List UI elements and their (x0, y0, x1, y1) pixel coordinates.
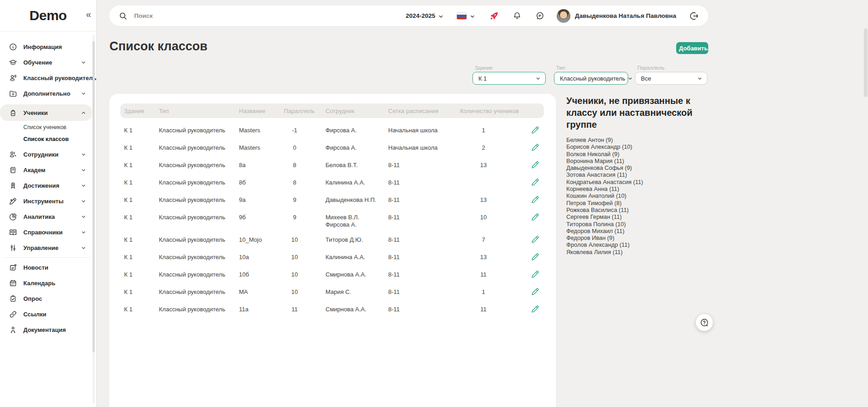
sidebar-item[interactable]: Инструменты (0, 193, 92, 209)
cell-name: МА (235, 288, 280, 296)
sidebar-item[interactable]: Академ (0, 162, 92, 178)
filter-select[interactable]: Все (635, 72, 707, 85)
student-list-item[interactable]: Сергеев Герман (11) (566, 213, 701, 220)
sidebar-item[interactable]: Документация (0, 322, 92, 337)
student-list-item[interactable]: Зотова Анастасия (11) (566, 171, 701, 178)
sidebar-item[interactable]: Справочники (0, 224, 92, 240)
edit-icon[interactable] (530, 269, 540, 279)
messages-icon[interactable] (535, 11, 545, 21)
student-list-item[interactable]: Кондратьева Анастасия (11) (566, 179, 701, 185)
sidebar-item[interactable]: Классный руководитель (0, 70, 92, 86)
chevron-down-icon[interactable] (438, 13, 444, 20)
cell-student-count: 10 (456, 214, 510, 221)
student-list-item[interactable]: Федоров Иван (9) (566, 234, 701, 241)
filter-select[interactable]: К 1 (472, 72, 546, 85)
links-icon (9, 310, 17, 319)
student-list-item[interactable]: Яковлева Лилия (11) (566, 249, 701, 255)
sidebar-item[interactable]: Новости (0, 260, 92, 275)
student-list-item[interactable]: Петров Тимофей (8) (566, 200, 701, 206)
sidebar-item[interactable]: Опрос (0, 291, 92, 306)
chevron-down-icon (697, 76, 703, 81)
sidebar: Demo « ИнформацияОбучениеКлассный руково… (0, 0, 97, 407)
sidebar-item[interactable]: Аналитика (0, 209, 92, 224)
student-list-item[interactable]: Федоров Михаил (11) (566, 228, 701, 234)
sidebar-item[interactable]: Ссылки (0, 306, 92, 322)
cell-name: Masters (235, 144, 280, 152)
cell-name: 10а (235, 254, 280, 261)
cell-employee: Давыденкова Н.П. (322, 196, 385, 204)
edit-icon[interactable] (530, 287, 540, 297)
survey-icon (9, 294, 17, 303)
sidebar-item[interactable]: Информация (0, 39, 92, 54)
student-list-item[interactable]: Давыденкова Софья (9) (566, 164, 701, 171)
cell-type: Классный руководитель (155, 144, 235, 152)
user-name: Давыденкова Наталья Павловна (575, 12, 676, 19)
edit-icon[interactable] (530, 212, 540, 222)
sidebar-item[interactable]: Сотрудники (0, 147, 92, 162)
logout-icon[interactable] (689, 11, 699, 21)
table-header-row: ЗданиеТипНазваниеПараллельСотрудникСетка… (120, 103, 544, 118)
filters-row: ЗданиеК 1ТипКлассный руководительПаралле… (97, 65, 868, 86)
cell-building: К 1 (120, 254, 155, 261)
edit-icon[interactable] (530, 125, 540, 135)
search-icon (119, 11, 128, 21)
sidebar-scrollbar-thumb[interactable] (92, 41, 95, 353)
cell-schedule-grid: 8-11 (385, 288, 456, 296)
student-list-item[interactable]: Титорова Полина (10) (566, 221, 701, 228)
filter-value: Классный руководитель (560, 75, 625, 82)
notifications-bell-icon[interactable] (512, 11, 522, 21)
cell-student-count: 1 (456, 127, 510, 134)
student-list-item[interactable]: Корнеева Анна (11) (566, 185, 701, 192)
edit-icon[interactable] (530, 252, 540, 262)
edit-icon[interactable] (530, 234, 540, 244)
sidebar-scrollbar[interactable] (92, 35, 95, 403)
edit-icon[interactable] (530, 195, 540, 205)
sidebar-subitem[interactable]: Список классов (23, 136, 92, 142)
search-input[interactable] (133, 12, 406, 20)
sidebar-item[interactable]: Управление (0, 240, 92, 255)
edit-icon[interactable] (530, 160, 540, 170)
cell-parallel: 0 (280, 144, 322, 152)
sidebar-item-label: Информация (23, 43, 62, 50)
sidebar-item[interactable]: Обучение (0, 54, 92, 70)
sidebar-item-label: Документация (23, 326, 66, 333)
column-header: Параллель (280, 108, 322, 114)
cell-student-count: 11 (456, 271, 510, 278)
cell-schedule-grid: 8-11 (385, 236, 456, 244)
student-list-item[interactable]: Беляев Антон (9) (566, 136, 701, 143)
student-list-item[interactable]: Волков Николай (9) (566, 151, 701, 157)
add-button[interactable]: Добавить (676, 42, 708, 54)
school-year-selector[interactable]: 2024-2025 (406, 12, 435, 19)
rocket-icon[interactable] (489, 11, 499, 21)
page-scrollbar-thumb[interactable] (864, 28, 868, 97)
cell-employee: Смирнова А.А. (322, 271, 385, 278)
sidebar-item[interactable]: Дополнительно (0, 86, 92, 101)
student-list-item[interactable]: Рожкова Василиса (11) (566, 206, 701, 213)
sidebar-collapse-icon[interactable]: « (86, 10, 91, 19)
help-button[interactable] (696, 314, 713, 331)
student-list-item[interactable]: Фролов Александр (11) (566, 241, 701, 248)
filter-select[interactable]: Классный руководитель (554, 72, 628, 85)
sidebar-submenu: Список учениковСписок классов (0, 121, 92, 147)
topbar: 2024-2025 Давыденкова Наталья Павловна (109, 5, 708, 26)
cell-name: 8б (235, 179, 280, 186)
edit-icon[interactable] (530, 304, 540, 314)
chevron-down-icon (81, 245, 87, 251)
student-list-item[interactable]: Борисов Александр (10) (566, 143, 701, 150)
chevron-down-icon[interactable] (469, 13, 476, 20)
student-list-item[interactable]: Воронина Мария (11) (566, 157, 701, 164)
user-avatar[interactable] (557, 9, 570, 23)
chevron-up-icon (81, 110, 87, 116)
edit-icon[interactable] (530, 142, 540, 152)
sidebar-item[interactable]: Календарь (0, 275, 92, 291)
cell-name: 10_Mojo (235, 236, 280, 244)
edit-icon[interactable] (530, 177, 540, 187)
student-list-item[interactable]: Кошкин Анатолий (10) (566, 192, 701, 199)
sidebar-item[interactable]: Достижения (0, 178, 92, 193)
sidebar-item[interactable]: Ученики (0, 104, 92, 121)
filter-label: Параллель (637, 65, 707, 71)
sidebar-subitem[interactable]: Список учеников (23, 124, 92, 130)
cell-building: К 1 (120, 288, 155, 296)
russian-flag-icon[interactable] (456, 12, 467, 20)
cell-parallel: -1 (280, 127, 322, 134)
